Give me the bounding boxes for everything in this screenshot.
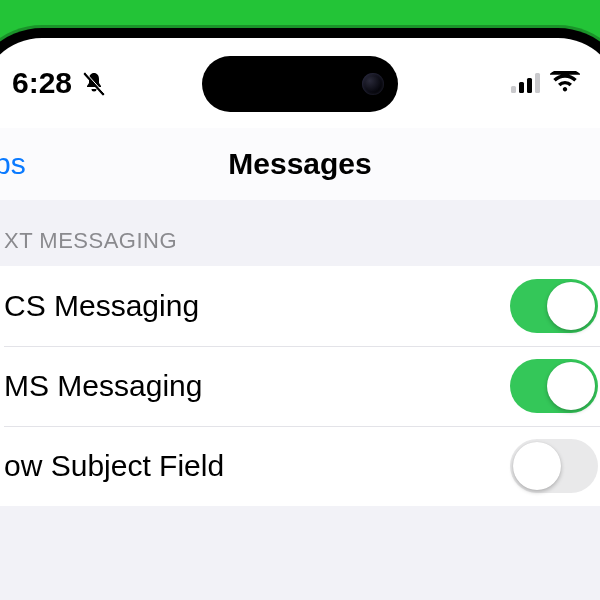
front-camera	[362, 73, 384, 95]
back-button[interactable]: ps	[0, 147, 26, 181]
row-mms-messaging[interactable]: MS Messaging	[0, 346, 600, 426]
toggle-rcs-messaging[interactable]	[510, 279, 598, 333]
settings-content[interactable]: XT MESSAGING CS Messaging MS Messaging o…	[0, 200, 600, 600]
section-header-text-messaging: XT MESSAGING	[0, 200, 600, 266]
silent-mode-icon	[82, 70, 106, 96]
status-time: 6:28	[12, 66, 72, 100]
cellular-signal-icon	[511, 73, 540, 93]
wifi-icon	[550, 66, 580, 100]
crop-backdrop: 6:28	[0, 0, 600, 600]
row-show-subject-field[interactable]: ow Subject Field	[0, 426, 600, 506]
toggle-mms-messaging[interactable]	[510, 359, 598, 413]
back-label: ps	[0, 147, 26, 181]
row-rcs-messaging[interactable]: CS Messaging	[0, 266, 600, 346]
row-label: MS Messaging	[4, 369, 202, 403]
toggle-show-subject-field[interactable]	[510, 439, 598, 493]
settings-list: CS Messaging MS Messaging ow Subject Fie…	[0, 266, 600, 506]
page-title: Messages	[228, 147, 371, 181]
nav-bar: ps Messages	[0, 128, 600, 200]
dynamic-island	[202, 56, 398, 112]
row-label: ow Subject Field	[4, 449, 224, 483]
screen: 6:28	[0, 38, 600, 600]
phone-frame: 6:28	[0, 28, 600, 600]
row-label: CS Messaging	[4, 289, 199, 323]
